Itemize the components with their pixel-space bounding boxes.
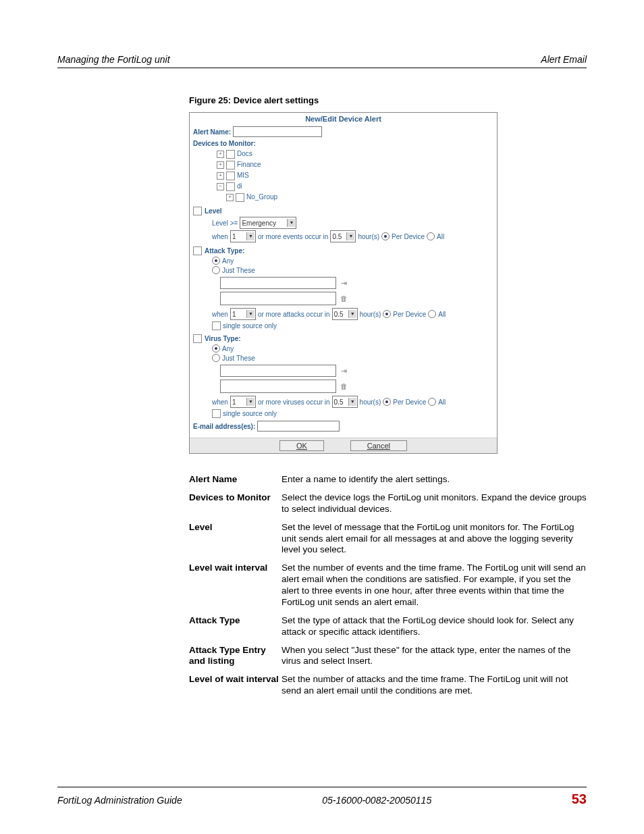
attack-all-radio[interactable] — [428, 310, 436, 318]
virus-per-device-radio[interactable] — [383, 398, 391, 406]
tree-item[interactable]: +No_Group — [226, 192, 493, 203]
attack-count-select[interactable]: 1 — [230, 308, 256, 320]
desc-def: Set the number of attacks and the time f… — [281, 674, 587, 697]
all-label: All — [438, 398, 446, 406]
tree-label: di — [237, 181, 242, 192]
level-checkbox[interactable] — [193, 207, 202, 215]
level-select-row: Level >= Emergency — [212, 217, 493, 229]
desc-def: Set the level of message that the FortiL… — [281, 522, 587, 556]
desc-row: Attack Type Entry and listingWhen you se… — [189, 645, 587, 668]
desc-term: Level — [189, 522, 281, 556]
hours-label: hour(s) — [358, 233, 379, 240]
desc-def: Set the number of events and the time fr… — [281, 563, 587, 608]
tree-item[interactable]: +Finance — [217, 159, 493, 170]
alert-name-label: Alert Name: — [193, 128, 231, 136]
collapse-icon[interactable]: − — [217, 183, 224, 190]
trash-icon[interactable]: 🗑 — [338, 381, 349, 392]
attack-just-row: Just These — [212, 266, 493, 274]
desc-row: Level wait intervalSet the number of eve… — [189, 563, 587, 608]
panel-title: New/Edit Device Alert — [190, 113, 497, 125]
attack-interval-select[interactable]: 0.5 — [332, 308, 358, 320]
attack-per-device-radio[interactable] — [383, 310, 391, 318]
tree-checkbox[interactable] — [226, 182, 235, 191]
events-text: or more events occur in — [258, 233, 329, 240]
trash-icon[interactable]: 🗑 — [338, 293, 349, 304]
attack-list-box[interactable] — [220, 292, 336, 305]
virus-all-radio[interactable] — [428, 398, 436, 406]
attack-entry-block: ⇥ 🗑 — [220, 277, 493, 305]
insert-icon[interactable]: ⇥ — [338, 278, 349, 288]
per-device-label: Per Device — [393, 311, 426, 318]
attacks-text: or more attacks occur in — [258, 311, 330, 318]
tree-label: MIS — [237, 170, 249, 181]
single-source-label: single source only — [223, 410, 277, 417]
tree-item[interactable]: +MIS — [217, 170, 493, 181]
insert-icon[interactable]: ⇥ — [338, 365, 349, 376]
attack-checkbox[interactable] — [193, 246, 202, 255]
footer-left: FortiLog Administration Guide — [57, 795, 182, 806]
virus-just-radio[interactable] — [212, 354, 220, 362]
attack-single-row: single source only — [212, 321, 493, 330]
tree-label: Finance — [237, 159, 261, 170]
virus-when-row: when 1 or more viruses occur in 0.5 hour… — [212, 396, 493, 408]
any-label: Any — [222, 345, 234, 353]
desc-row: LevelSet the level of message that the F… — [189, 522, 587, 556]
virus-single-checkbox[interactable] — [212, 409, 221, 418]
desc-def: When you select "Just these" for the att… — [281, 645, 587, 668]
page-number: 53 — [572, 791, 587, 807]
attack-name-input[interactable] — [220, 277, 336, 289]
tree-checkbox[interactable] — [226, 172, 235, 180]
virus-any-row: Any — [212, 344, 493, 353]
level-select[interactable]: Emergency — [240, 217, 296, 229]
tree-checkbox[interactable] — [236, 193, 244, 202]
virus-checkbox[interactable] — [193, 334, 202, 343]
single-source-label: single source only — [223, 322, 277, 330]
tree-checkbox[interactable] — [226, 150, 235, 159]
attack-just-radio[interactable] — [212, 266, 220, 274]
virus-single-row: single source only — [212, 409, 493, 418]
attack-any-radio[interactable] — [212, 257, 220, 265]
desc-term: Level wait interval — [189, 563, 281, 608]
device-tree: +Docs +Finance +MIS −di +No_Group — [217, 149, 493, 203]
description-table: Alert NameEnter a name to identify the a… — [189, 474, 587, 697]
level-section-header: Level — [193, 207, 493, 215]
expand-icon[interactable]: + — [226, 194, 234, 201]
cancel-button[interactable]: Cancel — [350, 440, 407, 451]
when-label: when — [212, 233, 228, 240]
attack-single-checkbox[interactable] — [212, 321, 221, 330]
virus-list-box[interactable] — [220, 380, 336, 393]
per-device-label: Per Device — [393, 398, 426, 406]
page-footer: FortiLog Administration Guide 05-16000-0… — [57, 787, 587, 807]
desc-def: Select the device logs the FortiLog unit… — [281, 492, 587, 515]
virus-name-input[interactable] — [220, 365, 336, 377]
per-device-radio[interactable] — [381, 232, 390, 240]
all-radio[interactable] — [427, 232, 435, 240]
virus-count-select[interactable]: 1 — [230, 396, 256, 408]
ok-button[interactable]: OK — [279, 440, 324, 451]
level-prefix: Level >= — [212, 219, 238, 227]
desc-term: Attack Type — [189, 615, 281, 638]
event-count-select[interactable]: 1 — [230, 230, 256, 242]
virus-interval-select[interactable]: 0.5 — [332, 396, 358, 408]
virus-any-radio[interactable] — [212, 344, 220, 353]
expand-icon[interactable]: + — [217, 151, 224, 158]
alert-name-row: Alert Name: — [193, 126, 493, 137]
expand-icon[interactable]: + — [217, 161, 224, 169]
tree-item[interactable]: −di — [217, 181, 493, 192]
desc-def: Enter a name to identify the alert setti… — [281, 474, 587, 486]
tree-label: No_Group — [246, 192, 277, 203]
expand-icon[interactable]: + — [217, 172, 224, 180]
tree-checkbox[interactable] — [226, 161, 235, 170]
device-alert-panel: New/Edit Device Alert Alert Name: Device… — [189, 112, 498, 454]
attack-when-row: when 1 or more attacks occur in 0.5 hour… — [212, 308, 493, 320]
alert-name-input[interactable] — [233, 126, 322, 137]
tree-item[interactable]: +Docs — [217, 149, 493, 159]
desc-row: Alert NameEnter a name to identify the a… — [189, 474, 587, 486]
tree-label: Docs — [237, 149, 252, 159]
header-right: Alert Email — [541, 54, 587, 65]
event-interval-select[interactable]: 0.5 — [330, 230, 356, 242]
desc-term: Alert Name — [189, 474, 281, 486]
email-input[interactable] — [257, 421, 340, 432]
desc-term: Devices to Monitor — [189, 492, 281, 515]
desc-term: Level of wait interval — [189, 674, 281, 697]
